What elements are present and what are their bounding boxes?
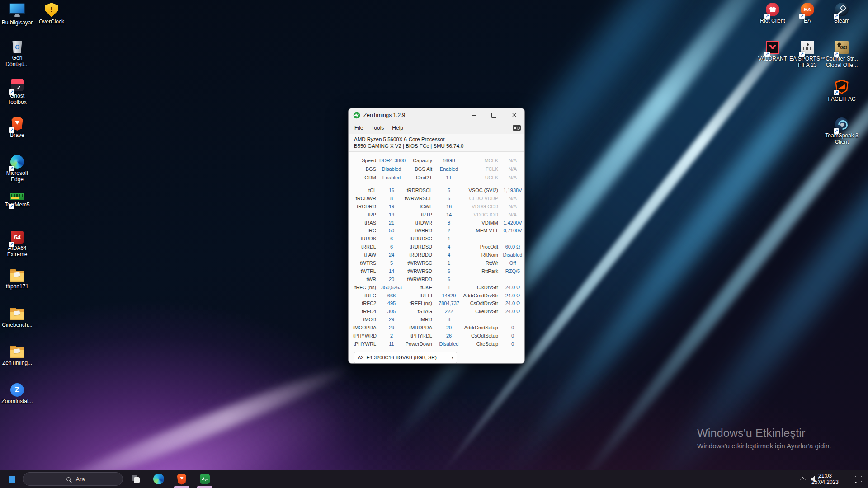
timing-value: 14 <box>435 212 462 217</box>
desktop-icon-testmem5[interactable]: ↗TestMem5 <box>0 193 35 208</box>
desktop: Bu bilgisayar!OverClock♻GeriDönüşü...↗Gh… <box>0 0 868 488</box>
timing-value: 6 <box>435 268 462 274</box>
timing-value: 8 <box>435 317 462 322</box>
timing-label: tSTAG <box>404 309 435 314</box>
task-view-button[interactable] <box>127 470 144 488</box>
timing-value: 5 <box>435 196 462 201</box>
timing-value: Enabled <box>379 175 404 180</box>
timing-label: tRDRDSD <box>404 244 435 249</box>
ram-icon <box>10 193 24 200</box>
timing-value: 222 <box>435 309 462 314</box>
running-indicator-zentimings <box>197 486 212 488</box>
timing-label: tMRD <box>404 317 435 322</box>
close-button[interactable] <box>504 108 524 122</box>
desktop-icon-label: OverClock <box>39 19 64 25</box>
desktop-icon-aida64[interactable]: 64↗AIDA64Extreme <box>0 231 35 258</box>
timing-label: MEM VTT <box>462 228 501 233</box>
timing-label: tRFC <box>353 293 379 298</box>
desktop-icon-label: GeriDönüşü... <box>5 55 28 67</box>
table-row: tMOD29tMRD8 <box>349 315 524 324</box>
timing-value: 0 <box>501 341 524 347</box>
desktop-icon-riot-client[interactable]: ↗Riot Client <box>755 3 791 24</box>
search-placeholder: Ara <box>75 476 85 483</box>
desktop-icon-valorant[interactable]: ↗VALORANT <box>755 41 791 62</box>
running-indicator-brave <box>174 486 189 488</box>
table-row: GDMEnabledCmd2T1TUCLKN/A <box>349 173 524 182</box>
desktop-icon-geri-donusum[interactable]: ♻GeriDönüşü... <box>0 41 35 67</box>
timing-value: 2 <box>435 228 462 233</box>
menu-help[interactable]: Help <box>388 125 407 131</box>
timing-label: tRAS <box>353 220 379 225</box>
timing-label: tMRDPDA <box>404 325 435 330</box>
desktop-icon-label: Bu bilgisayar <box>2 19 33 26</box>
timing-label: tFAW <box>353 252 379 258</box>
window-titlebar[interactable]: ZenTimings 1.2.9 <box>349 108 524 122</box>
table-row: tPHYWRD2tPHYRDL26CsOdtSetup0 <box>349 332 524 340</box>
table-row: tMODPDA29tMRDPDA20AddrCmdSetup0 <box>349 324 524 332</box>
table-row: tRC50tWRRD2MEM VTT0,7100V <box>349 226 524 235</box>
desktop-icon-ea[interactable]: EA↗EA <box>789 3 826 24</box>
timing-label: tRFC (ns) <box>353 285 379 290</box>
taskbar-brave-button[interactable] <box>174 470 190 488</box>
timing-value: 14829 <box>435 293 462 298</box>
desktop-icon-overclock[interactable]: !OverClock <box>33 3 70 25</box>
desktop-icon-brave[interactable]: ↗Brave <box>0 117 35 138</box>
timing-label: CsOdtSetup <box>462 333 501 338</box>
maximize-button[interactable] <box>484 108 504 122</box>
folder-icon <box>10 309 24 320</box>
wallpaper-purple-streak <box>13 349 421 488</box>
dimm-select-dropdown[interactable]: A2: F4-3200C16-8GVKB (8GB, SR) ▾ <box>354 352 457 363</box>
desktop-icon-zoominstall[interactable]: ZZoomInstal... <box>0 383 35 404</box>
tray-clock[interactable]: 21:03 25.04.2023 <box>805 470 845 488</box>
timing-value: 16GB <box>435 158 462 163</box>
desktop-icon-ghost-toolbox[interactable]: ↗GhostToolbox <box>0 79 35 105</box>
timing-label: AddrCmdSetup <box>462 325 501 330</box>
desktop-icon-steam[interactable]: ↗Steam <box>824 3 860 24</box>
zentimings-icon <box>200 474 210 484</box>
minimize-button[interactable] <box>463 108 484 122</box>
desktop-icon-microsoft-edge[interactable]: ↗MicrosoftEdge <box>0 155 35 183</box>
timing-label: tRCDWR <box>353 196 379 201</box>
timing-label: tWTRS <box>353 260 379 266</box>
timing-label: tRCDRD <box>353 204 379 209</box>
desktop-icon-zentimings-folder[interactable]: ZenTiming... <box>0 345 35 366</box>
timing-value: 8 <box>435 220 462 225</box>
bin-icon: ♻ <box>12 41 23 53</box>
table-row: tRCDWR8tWRWRSCL5CLDO VDDPN/A <box>349 194 524 202</box>
taskbar-edge-button[interactable] <box>151 470 167 488</box>
timing-label: tRRDL <box>353 244 379 249</box>
timing-label: GDM <box>353 175 379 180</box>
timing-value: 6 <box>379 236 404 241</box>
screenshot-camera-icon[interactable] <box>513 125 521 131</box>
taskbar-zentimings-button[interactable] <box>197 470 213 488</box>
desktop-icon-csgo[interactable]: GO↗Counter-Str...Global Offe... <box>824 41 860 68</box>
desktop-icon-fifa23[interactable]: ↗EA SPORTS™FIFA 23 <box>789 41 826 68</box>
timing-value: 60.0 Ω <box>501 244 524 249</box>
menu-file[interactable]: File <box>350 125 367 131</box>
zoom-icon: Z <box>10 383 24 397</box>
notification-center-button[interactable] <box>852 470 865 488</box>
timing-label: tWRWRSCL <box>404 196 435 201</box>
desktop-icon-bu-bilgisayar[interactable]: Bu bilgisayar <box>0 3 35 26</box>
timing-label: ClkDrvStr <box>462 285 501 290</box>
timing-value: N/A <box>501 204 524 209</box>
table-row: tRAS21tRDWR8VDIMM1,4200V <box>349 219 524 227</box>
timing-label: tCL <box>353 188 379 193</box>
timing-value: 19 <box>379 212 404 217</box>
desktop-icon-label: ZoomInstal... <box>1 398 33 404</box>
desktop-icon-cinebench[interactable]: Cinebench... <box>0 307 35 328</box>
desktop-icon-thphn171[interactable]: thphn171 <box>0 269 35 290</box>
menu-tools[interactable]: Tools <box>367 125 388 131</box>
desktop-icon-teamspeak[interactable]: ↗TeamSpeak 3Client <box>824 117 860 145</box>
start-button[interactable] <box>4 470 20 488</box>
timing-value: N/A <box>501 166 524 172</box>
table-row: tCL16tRDRDSCL5VSOC (SVI2)1,1938V <box>349 186 524 194</box>
taskbar-search-box[interactable]: Ara <box>23 472 123 486</box>
wallpaper-beam <box>627 0 868 488</box>
desktop-icon-label: MicrosoftEdge <box>6 170 28 183</box>
timing-value: Enabled <box>435 166 462 172</box>
timing-label: CkeSetup <box>462 341 501 347</box>
timing-value: 24.0 Ω <box>501 285 524 290</box>
desktop-icon-faceit-ac[interactable]: ↗FACEIT AC <box>824 79 860 102</box>
timing-value: 4 <box>435 244 462 249</box>
